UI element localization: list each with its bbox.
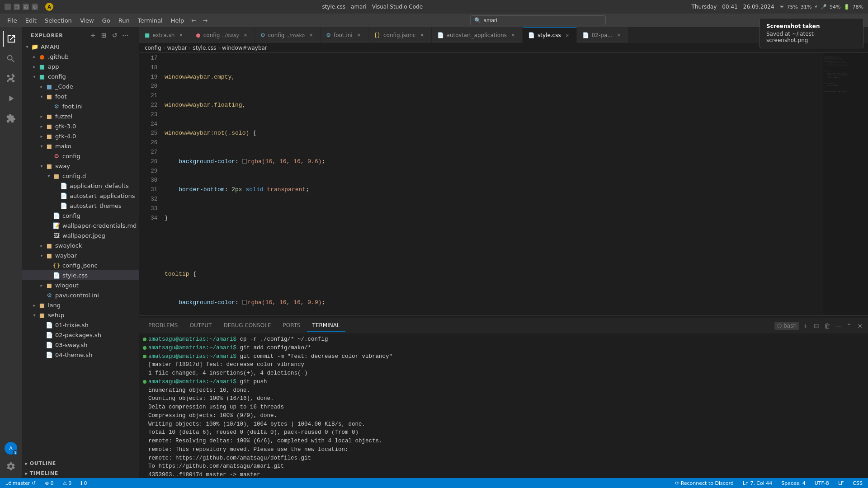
new-file-btn[interactable]: + [89,31,98,40]
maximize-panel-btn[interactable]: ⌃ [844,321,854,330]
statusbar-encoding[interactable]: UTF-8 [813,478,831,488]
tree-item-autostart-themes[interactable]: 📄 autostart_themes [22,201,139,211]
search-bar[interactable]: 🔍 [470,15,606,25]
tab-foot-ini[interactable]: ⚙ foot.ini × [321,27,368,43]
statusbar-branch[interactable]: ⎇ master ↺ [4,478,38,488]
tree-item-04-theme[interactable]: 📄 04-theme.sh [22,350,139,360]
tree-item-_code[interactable]: ▸ ■ _Code [22,81,139,91]
activity-search[interactable] [3,51,19,67]
more-actions-btn[interactable]: ⋯ [834,321,843,330]
nav-forward[interactable]: → [200,16,210,25]
trash-terminal-btn[interactable]: 🗑 [823,321,832,330]
nav-back[interactable]: ← [189,16,199,25]
statusbar-language[interactable]: CSS [851,478,864,488]
tab-close-autostart[interactable]: × [509,32,517,39]
tab-config-mako[interactable]: ⚙ config ../mako × [255,27,321,43]
tree-item-config[interactable]: ▾ ■ config [22,71,139,81]
window-controls[interactable]: ─ □ ◱ ⊕ [5,4,38,10]
statusbar-spaces[interactable]: Spaces: 4 [779,478,807,488]
tab-close-extra-sh[interactable]: × [177,32,184,39]
tree-item-style-css[interactable]: 📄 style.css [22,270,139,280]
breadcrumb-style-css[interactable]: style.css [193,45,217,51]
panel-tab-ports[interactable]: PORTS [278,319,306,332]
menu-edit[interactable]: Edit [22,15,40,26]
tree-item-fuzzel[interactable]: ▸ ■ fuzzel [22,111,139,121]
sidebar-section-outline[interactable]: ▸ OUTLINE [22,458,139,468]
tree-item-mako-config[interactable]: ⚙ config [22,151,139,161]
menu-run[interactable]: Run [115,15,133,26]
tree-item-swaylock[interactable]: ▸ ■ swaylock [22,240,139,250]
panel-tab-terminal[interactable]: TERMINAL [307,319,345,332]
fullscreen-btn[interactable]: ◱ [23,4,29,10]
tree-item-foot[interactable]: ▾ ■ foot [22,91,139,101]
statusbar-errors[interactable]: ⊗ 0 [43,478,55,488]
tab-config-sway[interactable]: ● config ../sway × [190,27,255,43]
account-avatar[interactable]: A 1 [5,442,17,455]
tree-item-01-trixie[interactable]: 📄 01-trixie.sh [22,320,139,330]
tree-item-foot-ini[interactable]: ⚙ foot.ini [22,101,139,111]
new-folder-btn[interactable]: ⊞ [99,31,108,40]
activity-extensions[interactable] [3,110,19,127]
statusbar-line-ending[interactable]: LF [836,478,845,488]
menu-selection[interactable]: Selection [41,15,75,26]
menu-go[interactable]: Go [99,15,114,26]
sidebar-header-actions[interactable]: + ⊞ ↺ ⋯ [89,31,130,40]
statusbar-cursor[interactable]: Ln 7, Col 44 [741,478,774,488]
tree-item-app[interactable]: ▸ ■ app [22,61,139,71]
panel-tab-problems[interactable]: PROBLEMS [143,319,184,332]
tree-item-mako[interactable]: ▾ ■ mako [22,141,139,151]
tab-close-02-packages[interactable]: × [615,32,623,39]
tree-item-autostart-app[interactable]: 📄 autostart_applications [22,191,139,201]
tree-item-pavucontrol[interactable]: ⚙ pavucontrol.ini [22,290,139,300]
menu-file[interactable]: File [4,15,21,26]
activity-source-control[interactable] [3,70,19,87]
panel-content[interactable]: amatsagu@amatrias:~/amari$ cp -r ./confi… [139,333,868,478]
tree-item-setup[interactable]: ▾ ■ setup [22,310,139,320]
tab-style-css[interactable]: 📄 style.css × [523,27,577,43]
statusbar-reconnect[interactable]: ⟳ Reconnect to Discord [673,478,735,488]
activity-explorer[interactable] [3,31,19,47]
tree-item-wallpaper-md[interactable]: 📝 wallpaper-credentials.md [22,221,139,230]
panel-tab-output[interactable]: OUTPUT [184,319,217,332]
code-editor[interactable]: 17 18 19 20 21 22 23 24 25 26 27 28 29 3… [139,53,823,315]
close-panel-btn[interactable]: × [855,321,864,330]
tree-item-wallpaper-jpeg[interactable]: 🖼 wallpaper.jpeg [22,230,139,240]
tab-config-jsonc[interactable]: {} config.jsonc × [368,27,432,43]
tab-close-config-sway[interactable]: × [242,32,249,39]
sidebar-section-timeline[interactable]: ▸ TIMELINE [22,468,139,478]
activity-settings[interactable] [3,458,19,474]
tree-root-amari[interactable]: ▾ 📁 AMARI [22,42,139,52]
tab-02-packages[interactable]: 📄 02-pa... × [577,27,628,43]
tree-item-lang[interactable]: ▸ ■ lang [22,300,139,310]
tree-item-03-sway[interactable]: 📄 03-sway.sh [22,340,139,350]
breadcrumb-selector[interactable]: window#waybar [222,45,267,51]
menu-view[interactable]: View [76,15,98,26]
tab-extra-sh[interactable]: ■ extra.sh × [139,27,190,43]
code-content[interactable]: window#waybar.empty, window#waybar.float… [161,53,823,315]
tree-item-gtk4[interactable]: ▸ ■ gtk-4.0 [22,131,139,141]
menu-terminal[interactable]: Terminal [134,15,166,26]
tree-item-gtk3[interactable]: ▸ ■ gtk-3.0 [22,121,139,131]
statusbar-info[interactable]: ℹ 0 [79,478,89,488]
tree-item-github[interactable]: ▸ ● .github [22,52,139,61]
breadcrumb-config[interactable]: config [145,45,161,51]
tab-close-config-jsonc[interactable]: × [419,32,426,39]
pin-btn[interactable]: ⊕ [32,4,38,10]
add-terminal-btn[interactable]: + [801,321,810,330]
tree-item-02-packages[interactable]: 📄 02-packages.sh [22,330,139,340]
refresh-btn[interactable]: ↺ [110,31,119,40]
tree-item-waybar-jsonc[interactable]: {} config.jsonc [22,260,139,270]
tab-autostart[interactable]: 📄 autostart_applications × [432,27,523,43]
breadcrumb-waybar[interactable]: waybar [167,45,187,51]
search-input[interactable] [484,17,602,23]
tree-item-waybar[interactable]: ▾ ■ waybar [22,250,139,260]
tree-item-sway[interactable]: ▾ ■ sway [22,161,139,171]
split-terminal-btn[interactable]: ⊟ [812,321,821,330]
panel-tab-debug-console[interactable]: DEBUG CONSOLE [218,319,276,332]
tree-item-config-d[interactable]: ▾ ■ config.d [22,171,139,181]
tree-item-sway-config[interactable]: 📄 config [22,211,139,221]
tab-close-style-css[interactable]: × [564,32,571,39]
maximize-btn[interactable]: □ [14,4,20,10]
minimize-btn[interactable]: ─ [5,4,11,10]
tab-close-foot-ini[interactable]: × [355,32,363,39]
